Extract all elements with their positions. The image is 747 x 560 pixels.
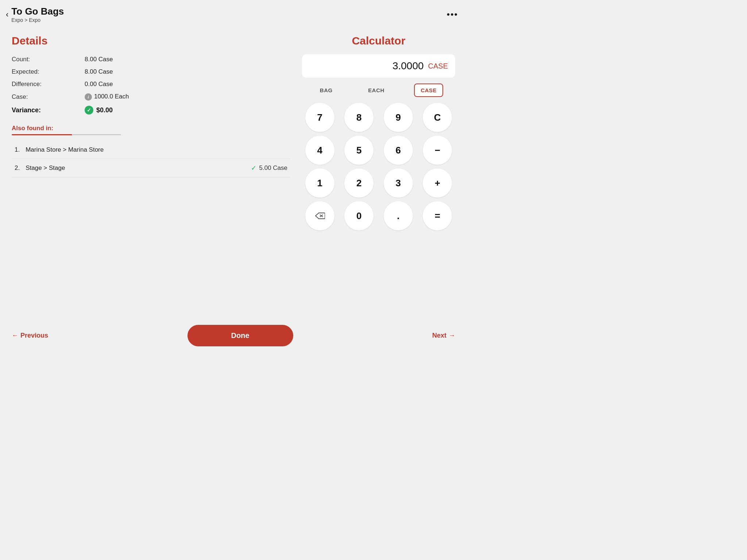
case-label: Case: <box>12 93 85 101</box>
expected-value: 8.00 Case <box>85 68 113 75</box>
next-button[interactable]: Next → <box>432 332 455 339</box>
key-2[interactable]: 2 <box>344 168 374 198</box>
case-row: Case: i1000.0 Each <box>12 93 290 101</box>
next-arrow-icon: → <box>449 332 455 339</box>
difference-label: Difference: <box>12 81 85 88</box>
more-menu-button[interactable]: ••• <box>447 9 458 20</box>
main-content: Details Count: 8.00 Case Expected: 8.00 … <box>0 26 467 321</box>
unit-button-each[interactable]: EACH <box>362 83 390 97</box>
also-found-section: Also found in: 1. Marina Store > Marina … <box>12 125 290 178</box>
footer: ← Previous Done Next → <box>0 321 467 350</box>
prev-arrow-icon: ← <box>12 332 18 339</box>
unit-button-case[interactable]: CASE <box>414 83 443 97</box>
key-0[interactable]: 0 <box>344 201 374 230</box>
variance-row: Variance: ✓ $0.00 <box>12 106 290 114</box>
key-minus[interactable]: − <box>423 136 452 165</box>
found-item-check-icon: ✓ <box>251 164 256 172</box>
variance-value: ✓ $0.00 <box>85 106 113 114</box>
display-number: 3.0000 <box>392 60 424 72</box>
done-button[interactable]: Done <box>187 325 293 346</box>
key-9[interactable]: 9 <box>384 103 413 132</box>
calculator-title: Calculator <box>302 35 455 47</box>
variance-check-icon: ✓ <box>85 106 93 114</box>
key-1[interactable]: 1 <box>305 168 334 198</box>
key-plus[interactable]: + <box>423 168 452 198</box>
key-8[interactable]: 8 <box>344 103 374 132</box>
list-item: 2. Stage > Stage ✓ 5.00 Case <box>12 159 290 178</box>
key-clear[interactable]: C <box>423 103 452 132</box>
expected-label: Expected: <box>12 68 85 75</box>
header-title-group: To Go Bags Expo > Expo <box>11 6 64 23</box>
case-value: i1000.0 Each <box>85 93 129 101</box>
found-item-location-2: Stage > Stage <box>26 164 65 172</box>
found-item-index-2: 2. <box>15 164 20 172</box>
info-icon[interactable]: i <box>85 93 92 101</box>
calculator-display: 3.0000 CASE <box>302 54 455 78</box>
unit-selector: BAG EACH CASE <box>302 83 455 97</box>
list-item: 1. Marina Store > Marina Store <box>12 141 290 159</box>
back-button[interactable]: ‹ <box>6 10 8 19</box>
also-found-title: Also found in: <box>12 125 290 132</box>
details-section: Details Count: 8.00 Case Expected: 8.00 … <box>12 32 290 321</box>
previous-button[interactable]: ← Previous <box>12 332 48 339</box>
variance-label: Variance: <box>12 106 85 114</box>
details-title: Details <box>12 35 290 47</box>
difference-row: Difference: 0.00 Case <box>12 81 290 88</box>
found-item-location-1: Marina Store > Marina Store <box>26 146 104 153</box>
found-item-value-2: ✓ 5.00 Case <box>251 164 288 172</box>
count-value: 8.00 Case <box>85 56 113 63</box>
key-7[interactable]: 7 <box>305 103 334 132</box>
found-item-index-1: 1. <box>15 146 20 153</box>
key-backspace[interactable] <box>305 201 334 230</box>
key-4[interactable]: 4 <box>305 136 334 165</box>
calculator-section: Calculator 3.0000 CASE BAG EACH CASE 7 8… <box>302 32 455 321</box>
difference-value: 0.00 Case <box>85 81 113 88</box>
unit-button-bag[interactable]: BAG <box>314 83 338 97</box>
page-title: To Go Bags <box>11 6 64 17</box>
header-left: ‹ To Go Bags Expo > Expo <box>6 6 64 23</box>
also-found-underline <box>12 134 121 135</box>
count-label: Count: <box>12 56 85 63</box>
count-row: Count: 8.00 Case <box>12 56 290 63</box>
key-5[interactable]: 5 <box>344 136 374 165</box>
key-3[interactable]: 3 <box>384 168 413 198</box>
key-decimal[interactable]: . <box>384 201 413 230</box>
key-equals[interactable]: = <box>423 201 452 230</box>
expected-row: Expected: 8.00 Case <box>12 68 290 75</box>
page-subtitle: Expo > Expo <box>11 17 64 23</box>
keypad: 7 8 9 C 4 5 6 − 1 2 3 + 0 . = <box>302 103 455 230</box>
display-unit: CASE <box>428 62 448 70</box>
header: ‹ To Go Bags Expo > Expo ••• <box>0 0 467 26</box>
key-6[interactable]: 6 <box>384 136 413 165</box>
